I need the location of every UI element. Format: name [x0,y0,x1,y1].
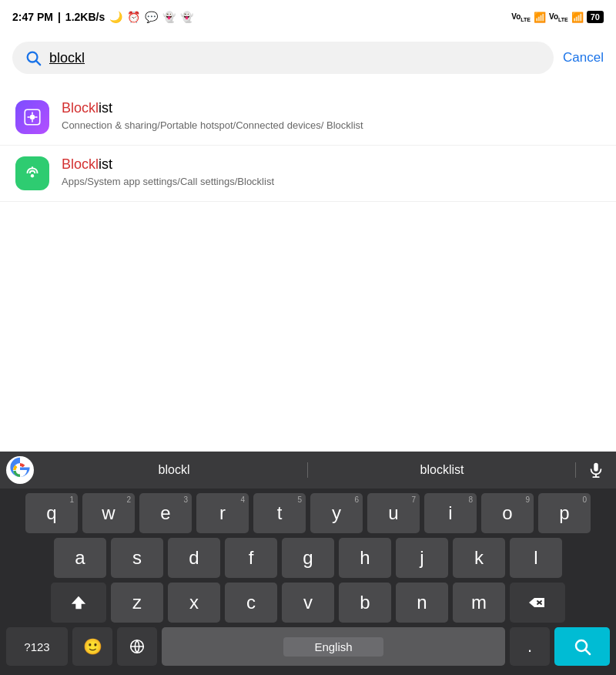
result-icon-connection [15,100,49,134]
search-input-wrapper[interactable]: blockl [12,42,554,74]
svg-point-8 [31,174,34,177]
keyboard-rows: 1q 2w 3e 4r 5t 6y 7u 8i 9o 0p a s d f g … [0,489,616,675]
search-query-text: blockl [49,50,85,66]
svg-line-19 [586,650,591,655]
result-normal-2: ist [99,156,112,172]
cancel-button[interactable]: Cancel [563,50,604,65]
emoji-key[interactable]: 🙂 [72,627,112,666]
key-o[interactable]: 9o [481,493,534,533]
status-bar: 2:47 PM | 1.2KB/s 🌙 ⏰ 💬 👻 👻 VoLTE 📶 VoLT… [0,0,616,34]
signal1-icon: 📶 [534,12,546,23]
result-path-1: Connection & sharing/Portable hotspot/Co… [62,119,601,133]
key-e[interactable]: 3e [139,493,192,533]
bottom-row: ?123 🙂 English . [3,627,613,666]
key-k[interactable]: k [453,538,505,578]
time-text: 2:47 PM [12,11,53,23]
battery-indicator: 70 [587,11,604,23]
key-b[interactable]: b [339,583,391,623]
result-title-1: Blocklist [62,100,601,116]
suggestions-row: blockl blocklist [0,452,616,489]
key-j[interactable]: j [396,538,448,578]
whatsapp-icon: 💬 [145,11,158,23]
search-bar: blockl Cancel [0,34,616,82]
result-text-2: Blocklist Apps/System app settings/Call … [62,156,601,189]
key-c[interactable]: c [225,583,277,623]
result-icon-phone [15,156,49,190]
key-z[interactable]: z [111,583,163,623]
google-logo [6,456,34,484]
results-list: Blocklist Connection & sharing/Portable … [0,82,616,210]
key-y[interactable]: 6y [310,493,363,533]
svg-rect-11 [594,463,598,472]
key-x[interactable]: x [168,583,220,623]
key-f[interactable]: f [225,538,277,578]
key-n[interactable]: n [396,583,448,623]
key-i[interactable]: 8i [424,493,477,533]
key-row-3: z x c v b n m [3,583,613,623]
result-text-1: Blocklist Connection & sharing/Portable … [62,100,601,133]
key-p[interactable]: 0p [538,493,591,533]
result-highlight-1: Blockl [62,100,99,116]
alarm-icon: ⏰ [127,11,140,23]
search-key[interactable] [554,627,610,666]
key-d[interactable]: d [168,538,220,578]
key-q[interactable]: 1q [25,493,78,533]
key-l[interactable]: l [510,538,562,578]
globe-key[interactable] [117,627,157,666]
shift-key[interactable] [51,583,106,623]
speed-text: 1.2KB/s [65,11,105,23]
result-title-2: Blocklist [62,156,601,173]
key-row-2: a s d f g h j k l [3,538,613,578]
key-u[interactable]: 7u [367,493,420,533]
volte-icon: VoLTE [511,12,531,22]
moon-icon: 🌙 [109,11,122,23]
svg-point-3 [30,115,35,120]
separator: | [58,11,61,23]
backspace-key[interactable] [510,583,565,623]
result-highlight-2: Blockl [62,156,99,172]
mic-icon[interactable] [582,456,610,484]
key-t[interactable]: 5t [253,493,306,533]
signal2-icon: 📶 [571,12,584,23]
svg-line-1 [36,61,40,65]
key-m[interactable]: m [453,583,505,623]
key-s[interactable]: s [111,538,163,578]
search-icon [25,49,42,66]
keyboard-area: blockl blocklist 1q 2w 3e 4r 5t 6y 7u 8i… [0,452,616,675]
snapchat2-icon: 👻 [180,11,193,23]
result-item-2[interactable]: Blocklist Apps/System app settings/Call … [0,146,616,202]
period-key[interactable]: . [510,627,550,666]
volte2-icon: VoLTE [549,12,568,22]
svg-marker-14 [72,596,85,610]
space-key[interactable]: English [162,627,505,666]
key-r[interactable]: 4r [196,493,249,533]
key-g[interactable]: g [282,538,334,578]
result-path-2: Apps/System app settings/Call settings/B… [62,175,601,189]
key-v[interactable]: v [282,583,334,623]
status-left: 2:47 PM | 1.2KB/s 🌙 ⏰ 💬 👻 👻 [12,11,193,23]
key-a[interactable]: a [54,538,106,578]
snapchat-icon: 👻 [162,11,176,23]
suggestion-blocklist[interactable]: blocklist [308,463,576,477]
suggestion-blockl[interactable]: blockl [40,463,308,477]
key-w[interactable]: 2w [82,493,135,533]
switch-123-key[interactable]: ?123 [6,627,68,666]
result-item-1[interactable]: Blocklist Connection & sharing/Portable … [0,89,616,146]
key-h[interactable]: h [339,538,391,578]
result-normal-1: ist [99,100,112,116]
key-row-1: 1q 2w 3e 4r 5t 6y 7u 8i 9o 0p [3,493,613,533]
status-right: VoLTE 📶 VoLTE 📶 70 [511,11,604,23]
